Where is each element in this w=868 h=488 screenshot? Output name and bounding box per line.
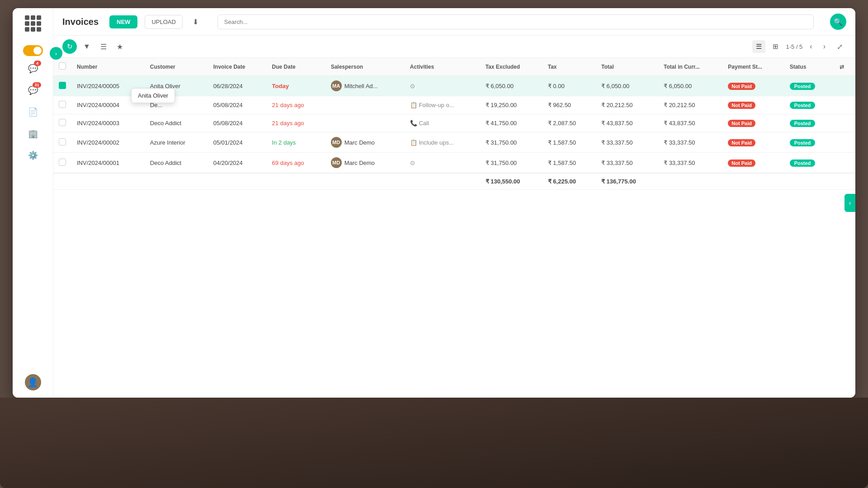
totals-empty-0 [53,173,71,190]
invoice-total: ₹ 43,837.50 [596,114,658,132]
total-header[interactable]: Total [596,58,658,76]
total-curr-header[interactable]: Total in Curr... [658,58,722,76]
kanban-view-button[interactable]: ⊞ [769,40,782,53]
row-checkbox-0[interactable] [59,82,66,89]
invoice-tax: ₹ 1,587.50 [542,132,596,153]
totals-empty-3 [208,173,267,190]
new-button[interactable]: NEW [109,15,137,28]
row-checkbox-3[interactable] [59,138,66,145]
invoice-total-curr: ₹ 20,212.50 [658,96,722,114]
invoice-date-header[interactable]: Invoice Date [208,58,267,76]
sidebar-toggle[interactable] [23,45,43,56]
salesperson-header[interactable]: Salesperson [326,58,405,76]
invoice-tax: ₹ 2,087.50 [542,114,596,132]
invoice-status: Posted [784,132,835,153]
due-date-header[interactable]: Due Date [267,58,326,76]
table-header-row: Number Customer Invoice Date Due Date Sa… [53,58,855,76]
upload-button[interactable]: UPLOAD [145,15,182,29]
invoice-tax-excluded: ₹ 19,250.00 [480,96,542,114]
select-all-checkbox[interactable] [59,62,66,70]
docs-icon-btn[interactable]: 📄 [24,103,42,121]
table-row[interactable]: INV/2024/00003Deco Addict05/08/202421 da… [53,114,855,132]
toolbar-actions: ↻ ▼ ☰ ★ [62,39,747,54]
search-bar [217,14,814,29]
building-icon-btn[interactable]: 🏢 [24,125,42,143]
invoice-date: 06/28/2024 [208,76,267,96]
tax-excluded-header[interactable]: Tax Excluded [480,58,542,76]
group-button[interactable]: ☰ [97,40,110,53]
message-icon-btn[interactable]: 💬 31 [24,81,42,99]
invoice-activities: ⊙ [405,153,480,174]
nav-arrow-button[interactable]: › [50,47,62,60]
invoice-activities: 📞 Call [405,114,480,132]
row-checkbox-cell [53,76,71,96]
toolbar-right: ☰ ⊞ 1-5 / 5 ‹ › ⤢ [752,40,846,53]
invoice-date: 05/01/2024 [208,132,267,153]
filter-button[interactable]: ▼ [80,40,94,53]
next-page-button[interactable]: › [820,41,829,52]
payment-status-header[interactable]: Payment St... [722,58,784,76]
totals-empty-6 [405,173,480,190]
number-header[interactable]: Number [71,58,145,76]
prev-page-button[interactable]: ‹ [806,41,816,52]
row-checkbox-cell [53,96,71,114]
totals-empty-4 [267,173,326,190]
invoice-table-container: Number Customer Invoice Date Due Date Sa… [53,58,855,398]
search-button[interactable]: 🔍 [830,14,846,30]
totals-empty-2 [145,173,208,190]
checkbox-header[interactable] [53,58,71,76]
invoice-payment-status: Not Paid [722,76,784,96]
invoice-due-date: 69 days ago [267,153,326,174]
invoice-salesperson [326,114,405,132]
invoice-due-date: 21 days ago [267,114,326,132]
totals-empty-1 [71,173,145,190]
customer-header[interactable]: Customer [145,58,208,76]
user-avatar[interactable]: 👤 [25,374,41,390]
settings-icon-btn[interactable]: ⚙️ [24,146,42,164]
invoice-tax-excluded: ₹ 6,050.00 [480,76,542,96]
sidebar: 💬 4 💬 31 📄 🏢 ⚙️ 👤 [13,8,53,398]
row-checkbox-2[interactable] [59,119,66,126]
invoice-salesperson: MAMitchell Ad... [326,76,405,96]
invoice-tax: ₹ 962.50 [542,96,596,114]
totals-total: ₹ 136,775.00 [596,173,658,190]
right-collapse-button[interactable]: ‹ [844,194,855,212]
settings-col-header[interactable]: ⇄ [834,58,855,76]
download-button[interactable]: ⬇ [190,15,201,29]
apps-icon[interactable] [25,15,41,32]
search-input[interactable] [217,14,814,29]
activities-header[interactable]: Activities [405,58,480,76]
refresh-button[interactable]: ↻ [62,39,77,54]
totals-empty-5 [326,173,405,190]
favorite-button[interactable]: ★ [113,40,127,53]
table-row[interactable]: INV/2024/00001Deco Addict04/20/202469 da… [53,153,855,174]
tax-header[interactable]: Tax [542,58,596,76]
invoice-row-options [834,153,855,174]
invoice-payment-status: Not Paid [722,96,784,114]
list-view-button[interactable]: ☰ [752,40,765,53]
row-checkbox-4[interactable] [59,159,66,166]
status-header[interactable]: Status [784,58,835,76]
pagination-info: 1-5 / 5 [786,43,802,50]
notification-icon-btn[interactable]: 💬 4 [24,60,42,78]
expand-button[interactable]: ⤢ [833,40,846,53]
row-checkbox-1[interactable] [59,101,66,108]
sidebar-nav: 💬 4 💬 31 📄 🏢 ⚙️ [23,45,43,374]
invoice-date: 05/08/2024 [208,114,267,132]
table-row[interactable]: INV/2024/00002Azure Interior05/01/2024In… [53,132,855,153]
totals-empty-end-1 [722,173,784,190]
invoice-payment-status: Not Paid [722,132,784,153]
row-checkbox-cell [53,132,71,153]
invoice-row-options [834,114,855,132]
row-checkbox-cell [53,114,71,132]
invoice-tax-excluded: ₹ 31,750.00 [480,153,542,174]
invoice-activities: 📋 Follow-up o... [405,96,480,114]
invoice-due-date: In 2 days [267,132,326,153]
totals-tax-excluded: ₹ 130,550.00 [480,173,542,190]
invoice-customer: Azure Interior [145,132,208,153]
invoice-tax: ₹ 1,587.50 [542,153,596,174]
invoice-salesperson [326,96,405,114]
customer-tooltip: Anita Oliver [131,88,175,103]
toolbar-row: ↻ ▼ ☰ ★ ☰ ⊞ 1-5 / 5 ‹ › ⤢ [53,36,855,58]
invoice-row-options [834,132,855,153]
